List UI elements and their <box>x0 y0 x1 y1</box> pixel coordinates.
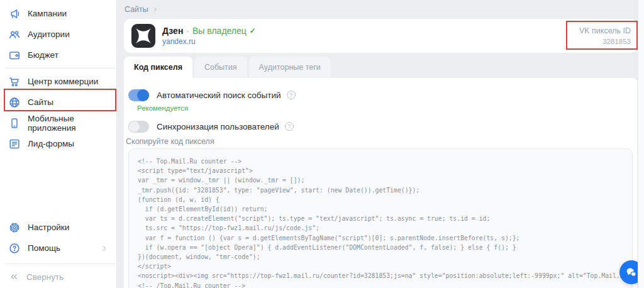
code-line: var _tmr = window._tmr || (window._tmr =… <box>138 175 623 185</box>
scrollbar-track[interactable] <box>638 0 644 288</box>
sidebar-bottom: Настройки Помощь Свернуть <box>0 217 116 285</box>
pixel-id-label: VK пиксель ID <box>579 26 631 35</box>
chevron-right-icon <box>100 244 109 253</box>
user-sync-toggle[interactable] <box>128 121 149 133</box>
gear-icon <box>8 221 21 234</box>
collapse-label: Свернуть <box>26 272 64 282</box>
code-line: <!-- /Top.Mail.Ru counter --> <box>138 281 623 288</box>
auto-events-label: Автоматический поиск событий <box>157 91 281 100</box>
collapse-icon <box>8 271 19 282</box>
audience-icon <box>8 28 21 41</box>
code-line: </script> <box>138 262 623 271</box>
sidebar-item-label: Настройки <box>28 223 69 232</box>
owner-verified-icon: ✓ <box>250 27 256 35</box>
pixel-code-box: <!-- Top.Mail.Ru counter --> <script typ… <box>128 148 633 288</box>
sidebar-collapse-button[interactable]: Свернуть <box>0 268 116 285</box>
help-icon[interactable]: ? <box>285 122 294 131</box>
sidebar-item-help[interactable]: Помощь <box>0 238 116 258</box>
sidebar-item-label: Помощь <box>28 243 60 253</box>
chevron-right-icon <box>152 6 158 13</box>
site-domain-link[interactable]: yandex.ru <box>162 38 256 45</box>
question-icon <box>8 242 21 255</box>
tab-pixel-code[interactable]: Код пикселя <box>124 57 192 78</box>
tab-events[interactable]: События <box>194 57 247 78</box>
sidebar-item-commerce-center[interactable]: Центр коммерции <box>0 71 116 92</box>
tab-audience-tags[interactable]: Аудиторные теги <box>249 57 331 78</box>
code-line: <noscript><div><img src="https://top-fwz… <box>138 271 623 280</box>
sidebar-item-label: Центр коммерции <box>28 77 98 86</box>
user-sync-label: Синхронизация пользователей <box>157 122 279 131</box>
separator: · <box>186 26 189 35</box>
code-line: var f = function () {var s = d.getElemen… <box>138 233 623 243</box>
pixel-id-block: VK пиксель ID 3281853 <box>579 26 631 45</box>
sidebar-divider <box>6 68 116 69</box>
sidebar-item-settings[interactable]: Настройки <box>0 217 116 238</box>
sidebar: Кампании Аудитории Бюджет Центр коммерци… <box>0 0 117 288</box>
code-line: ts.src = "https://top-fwz1.mail.ru/js/co… <box>138 223 623 233</box>
user-sync-row: Синхронизация пользователей ? <box>128 120 633 133</box>
mobile-icon <box>8 117 21 130</box>
main-content: Сайты Дзен · Вы владелец ✓ yandex.ru VK … <box>117 0 638 288</box>
site-name: Дзен <box>162 26 183 35</box>
code-line: _tmr.push({id: "3281853", type: "pageVie… <box>138 186 623 195</box>
site-card: Дзен · Вы владелец ✓ yandex.ru VK пиксел… <box>124 19 637 53</box>
code-line: if (w.opera == "[object Opera]") { d.add… <box>138 243 623 252</box>
breadcrumb: Сайты <box>125 4 637 14</box>
sidebar-item-label: Лид-формы <box>28 139 74 148</box>
sidebar-item-mobile-apps[interactable]: Мобильные приложения <box>0 113 116 133</box>
sidebar-item-label: Бюджет <box>28 50 58 60</box>
chat-bubbles-icon <box>625 265 638 279</box>
sidebar-item-label: Мобильные приложения <box>28 114 109 133</box>
sidebar-item-audiences[interactable]: Аудитории <box>0 24 116 45</box>
code-line: if (d.getElementById(id)) return; <box>138 204 623 214</box>
lead-forms-icon <box>8 138 21 150</box>
auto-events-toggle[interactable] <box>128 89 149 101</box>
code-line: <script type="text/javascript"> <box>138 166 623 175</box>
dzen-logo <box>131 24 155 48</box>
pixel-code-panel: Автоматический поиск событий ? Рекоменду… <box>124 78 637 288</box>
copy-code-label: Скопируйте код пикселя <box>126 137 633 146</box>
cart-icon <box>8 75 21 88</box>
sidebar-item-label: Сайты <box>28 97 53 107</box>
code-line: (function (d, w, id) { <box>138 195 623 204</box>
sidebar-item-sites[interactable]: Сайты <box>0 92 116 113</box>
megaphone-icon <box>8 8 21 20</box>
sidebar-item-label: Аудитории <box>28 30 70 39</box>
screen: Кампании Аудитории Бюджет Центр коммерци… <box>0 0 644 288</box>
sidebar-item-lead-forms[interactable]: Лид-формы <box>0 133 116 154</box>
site-head: Дзен · Вы владелец ✓ yandex.ru <box>162 26 256 45</box>
code-line: })(document, window, "tmr-code"); <box>138 252 623 262</box>
code-line: var ts = d.createElement("script"); ts.t… <box>138 214 623 223</box>
sidebar-divider <box>6 263 116 264</box>
recommended-hint: Рекомендуется <box>137 104 633 112</box>
code-line: <!-- Top.Mail.Ru counter --> <box>138 157 623 166</box>
sidebar-nav: Кампании Аудитории Бюджет Центр коммерци… <box>0 0 116 154</box>
owner-status: Вы владелец <box>192 26 247 35</box>
sidebar-item-label: Кампании <box>28 9 67 18</box>
pixel-id-value: 3281853 <box>579 38 631 45</box>
globe-icon <box>8 96 21 109</box>
tab-bar: Код пикселя События Аудиторные теги <box>124 57 637 78</box>
wallet-icon <box>8 49 21 62</box>
help-icon[interactable]: ? <box>287 91 296 99</box>
auto-events-row: Автоматический поиск событий ? <box>128 89 633 101</box>
breadcrumb-sites-link[interactable]: Сайты <box>125 5 148 14</box>
sidebar-item-campaigns[interactable]: Кампании <box>0 3 116 24</box>
sidebar-item-budget[interactable]: Бюджет <box>0 45 116 65</box>
